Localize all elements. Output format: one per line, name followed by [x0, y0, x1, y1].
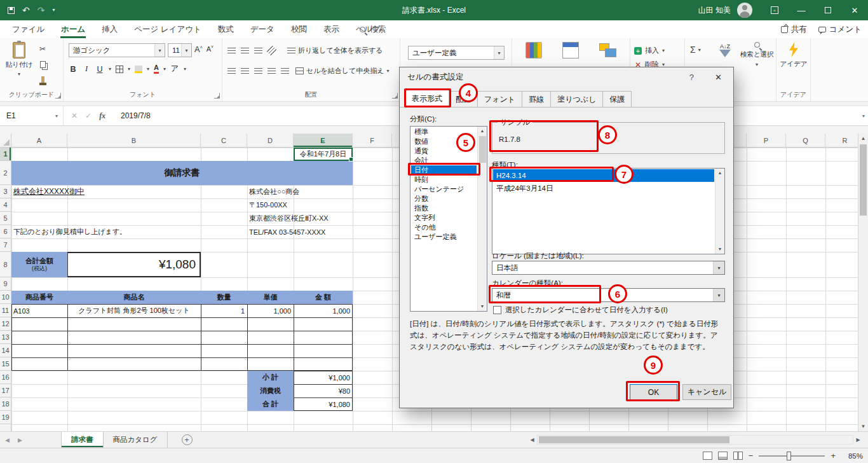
- chevron-down-icon[interactable]: ▾: [154, 44, 165, 57]
- ribbon-tab[interactable]: ホーム: [53, 20, 93, 38]
- cell-E16[interactable]: ¥1,000: [294, 371, 353, 384]
- chevron-down-icon[interactable]: ▾: [109, 66, 111, 72]
- cell-A10[interactable]: 商品番号: [11, 291, 67, 304]
- category-item[interactable]: 指数: [411, 204, 477, 213]
- cancel-entry-icon[interactable]: ✕: [71, 111, 78, 120]
- category-list[interactable]: 標準数値通貨会計日付時刻パーセンテージ分数指数文字列その他ユーザー定義 ▲ ▼: [410, 126, 487, 312]
- copy-button[interactable]: [37, 59, 48, 70]
- cell-A2[interactable]: 御請求書: [11, 161, 353, 185]
- chevron-down-icon[interactable]: ▾: [55, 113, 58, 119]
- type-list[interactable]: H24.3.14平成24年3月14日 ▲ ▼: [492, 168, 725, 254]
- category-item[interactable]: 日付: [411, 165, 477, 175]
- row-header-19[interactable]: 19: [0, 411, 11, 424]
- cell-B8[interactable]: ¥1,080: [67, 252, 201, 277]
- user-avatar[interactable]: [737, 3, 752, 18]
- autosum-button[interactable]: Σ ▾: [690, 45, 701, 55]
- scroll-up-icon[interactable]: ▲: [478, 127, 487, 135]
- close-button[interactable]: ✕: [841, 0, 868, 20]
- calendar-input-checkbox[interactable]: 選択したカレンダーに合わせて日付を入力する(I): [493, 305, 668, 315]
- align-top-icon[interactable]: [227, 48, 236, 53]
- calendar-combo[interactable]: 和暦 ▾: [492, 288, 725, 302]
- row-header-5[interactable]: 5: [0, 212, 11, 225]
- ribbon-tab[interactable]: 校閲: [283, 20, 315, 38]
- column-header-E[interactable]: E: [294, 134, 353, 148]
- insert-cells-button[interactable]: + 挿入 ▾: [634, 46, 665, 55]
- confirm-entry-icon[interactable]: ✓: [85, 111, 92, 120]
- sheet-nav-right-button[interactable]: ▶: [18, 432, 22, 448]
- sort-filter-button[interactable]: A↓Z: [714, 43, 736, 63]
- normal-view-button[interactable]: [703, 452, 712, 460]
- dialog-close-button[interactable]: ✕: [715, 73, 722, 82]
- text-orientation-icon[interactable]: [267, 46, 277, 56]
- zoom-in-button[interactable]: +: [831, 451, 836, 460]
- chevron-down-icon[interactable]: ▾: [184, 66, 186, 72]
- format-as-table-button[interactable]: [554, 42, 587, 59]
- ribbon-tab[interactable]: ページ レイアウト: [126, 20, 210, 38]
- phonetic-guide-button[interactable]: ア: [170, 64, 179, 74]
- row-header-7[interactable]: 7: [0, 238, 11, 252]
- cell-A11[interactable]: A103: [11, 304, 67, 317]
- category-item[interactable]: 会計: [411, 156, 477, 165]
- row-header-9[interactable]: 9: [0, 277, 11, 291]
- merge-center-button[interactable]: セルを結合して中央揃え ▾: [295, 66, 390, 76]
- dialog-help-button[interactable]: ?: [689, 73, 694, 82]
- row-header-10[interactable]: 10: [0, 291, 11, 304]
- alignment-dialog-launcher[interactable]: [392, 93, 398, 99]
- cancel-button[interactable]: キャンセル: [682, 384, 731, 400]
- font-dialog-launcher[interactable]: [214, 93, 220, 99]
- horizontal-scroll-thumb[interactable]: [539, 436, 729, 443]
- dialog-title-bar[interactable]: セルの書式設定: [400, 67, 733, 86]
- decrease-indent-icon[interactable]: [268, 68, 276, 74]
- align-middle-icon[interactable]: [241, 48, 249, 53]
- column-header-Q[interactable]: Q: [786, 134, 825, 148]
- category-item[interactable]: 標準: [411, 127, 477, 137]
- scroll-up-icon[interactable]: ▲: [715, 169, 724, 177]
- font-color-button[interactable]: A: [154, 64, 159, 74]
- row-header-12[interactable]: 12: [0, 317, 11, 331]
- clipboard-dialog-launcher[interactable]: [55, 93, 61, 99]
- scroll-down-icon[interactable]: ▼: [478, 302, 487, 311]
- customize-quick-access-button[interactable]: ▾: [52, 8, 55, 13]
- cell-C10[interactable]: 数量: [201, 291, 247, 304]
- cell-A3[interactable]: 株式会社XXXXX御中: [11, 185, 201, 198]
- cell-B10[interactable]: 商品名: [67, 291, 201, 304]
- comments-button[interactable]: コメント: [818, 24, 862, 35]
- zoom-out-button[interactable]: −: [749, 451, 754, 460]
- cell-D4[interactable]: 〒150-00XX: [247, 198, 353, 212]
- select-all-corner[interactable]: [0, 134, 11, 148]
- row-header-2[interactable]: 2: [0, 161, 11, 185]
- find-select-button[interactable]: 検索と選択 ▾: [740, 42, 774, 68]
- type-list-scrollbar[interactable]: ▲ ▼: [715, 169, 724, 254]
- locale-combo[interactable]: 日本語 ▾: [492, 261, 725, 275]
- search-box[interactable]: 検索: [360, 20, 386, 38]
- cell-E17[interactable]: ¥80: [294, 384, 353, 397]
- name-box[interactable]: E1 ▾: [0, 106, 64, 125]
- underline-button[interactable]: U: [95, 65, 104, 74]
- dialog-tab[interactable]: 表示形式: [405, 90, 449, 107]
- cut-button[interactable]: ✂: [37, 43, 48, 55]
- new-sheet-button[interactable]: +: [182, 434, 193, 445]
- cell-A6[interactable]: 下記のとおり御見積申し上げます。: [11, 225, 247, 238]
- row-header-17[interactable]: 17: [0, 384, 11, 397]
- column-header-P[interactable]: P: [747, 134, 786, 148]
- chevron-down-icon[interactable]: ▾: [147, 66, 149, 72]
- number-format-combo[interactable]: ユーザー定義 ▾: [408, 46, 505, 60]
- italic-button[interactable]: I: [82, 64, 91, 74]
- column-header-D[interactable]: D: [247, 134, 294, 148]
- ribbon-display-options-button[interactable]: ^: [761, 0, 788, 20]
- row-header-3[interactable]: 3: [0, 185, 11, 198]
- column-header-A[interactable]: A: [11, 134, 67, 148]
- font-name-combo[interactable]: 游ゴシック ▾: [69, 43, 165, 57]
- cell-E11[interactable]: 1,000: [294, 304, 353, 317]
- cell-B11[interactable]: クラフト封筒 角形2号 100枚セット: [67, 304, 201, 317]
- align-bottom-icon[interactable]: [254, 48, 262, 53]
- zoom-slider[interactable]: [759, 455, 825, 457]
- cell-D6[interactable]: TEL/FAX 03-5457-XXXX: [247, 225, 353, 238]
- row-header-1[interactable]: 1: [0, 148, 11, 161]
- row-header-8[interactable]: 8: [0, 252, 11, 277]
- category-item[interactable]: 数値: [411, 137, 477, 146]
- paste-button[interactable]: 貼り付け ▾: [5, 42, 33, 92]
- share-button[interactable]: 共有: [781, 24, 807, 35]
- sheet-tab[interactable]: 商品カタログ: [104, 432, 168, 448]
- cell-D5[interactable]: 東京都渋谷区桜丘町X-XX: [247, 212, 353, 225]
